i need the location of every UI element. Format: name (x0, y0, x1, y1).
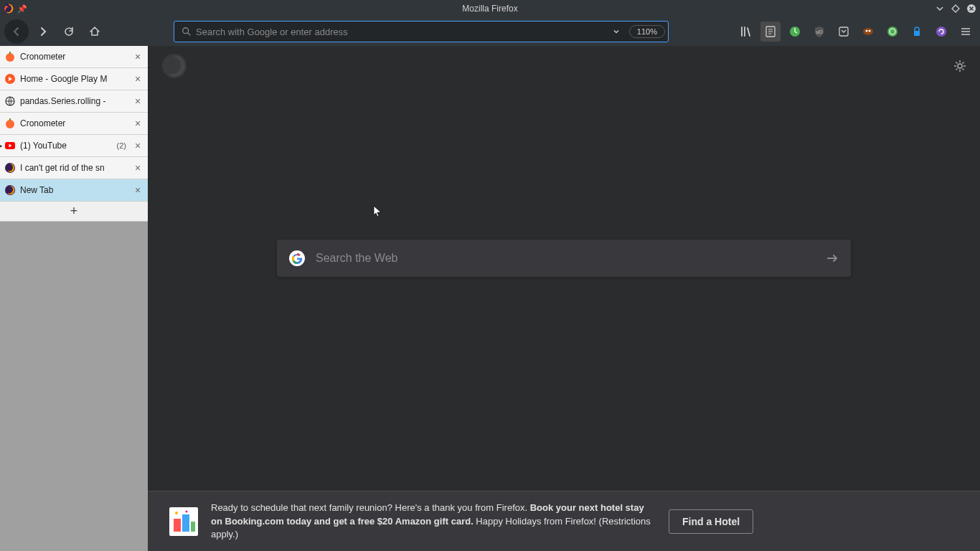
svg-point-17 (6, 120, 14, 128)
tab-close-icon[interactable]: × (132, 140, 143, 151)
extension-icon-4[interactable] (931, 22, 951, 42)
tab-item[interactable]: pandas.Series.rolling - × (0, 90, 148, 113)
tab-close-icon[interactable]: × (132, 51, 143, 62)
svg-rect-26 (182, 514, 189, 532)
tab-favicon-icon (4, 118, 16, 129)
tab-title: New Tab (20, 185, 128, 195)
svg-rect-14 (9, 52, 11, 54)
https-lock-icon[interactable] (907, 22, 927, 42)
svg-point-8 (866, 30, 868, 32)
svg-rect-25 (174, 519, 181, 532)
extension-icon-2[interactable] (858, 22, 878, 42)
navigation-toolbar: 110% uO (0, 17, 980, 46)
tab-item[interactable]: New Tab × (0, 179, 148, 202)
extension-icon-1[interactable] (785, 22, 805, 42)
window-titlebar: 📌 Mozilla Firefox (0, 0, 980, 17)
tab-favicon-icon (4, 73, 16, 85)
reader-view-icon[interactable] (760, 22, 781, 42)
tab-item[interactable]: Cronometer × (0, 46, 148, 68)
close-icon[interactable] (966, 3, 977, 14)
vertical-tab-sidebar: Cronometer × Home - Google Play M × pand… (0, 46, 148, 551)
svg-rect-18 (9, 118, 11, 121)
tab-count: (2) (117, 141, 126, 150)
svg-rect-6 (839, 27, 848, 36)
ublock-icon[interactable]: uO (809, 22, 829, 42)
library-icon[interactable] (736, 22, 756, 42)
svg-point-12 (936, 27, 946, 37)
svg-point-29 (186, 510, 188, 512)
web-search-box[interactable] (277, 240, 851, 277)
tab-close-icon[interactable]: × (132, 95, 143, 107)
tab-title: Cronometer (20, 52, 128, 62)
tab-close-icon[interactable]: × (132, 162, 143, 174)
svg-text:uO: uO (816, 29, 823, 34)
tab-item[interactable]: I can't get rid of the sn × (0, 157, 148, 179)
tab-item[interactable]: (1) YouTube (2) × (0, 135, 148, 157)
google-icon (288, 250, 306, 267)
tab-favicon-icon (4, 162, 16, 174)
promo-snippet: Ready to schedule that next family reuni… (148, 491, 980, 551)
hamburger-menu-icon[interactable] (956, 22, 976, 42)
new-tab-button[interactable]: + (0, 202, 148, 222)
maximize-icon[interactable] (950, 3, 961, 14)
forward-button[interactable] (32, 20, 55, 43)
page-content: Ready to schedule that next family reuni… (148, 46, 980, 551)
web-search-input[interactable] (316, 252, 815, 265)
tab-title: Cronometer (20, 118, 128, 128)
tab-item[interactable]: Home - Google Play M × (0, 68, 148, 90)
svg-rect-11 (914, 31, 920, 36)
reload-button[interactable] (57, 20, 80, 43)
promo-cta-button[interactable]: Find a Hotel (669, 509, 753, 534)
search-submit-icon[interactable] (825, 251, 839, 265)
tab-title: (1) YouTube (20, 141, 113, 151)
svg-point-28 (175, 512, 178, 514)
tab-favicon-icon (4, 95, 16, 107)
url-bar[interactable]: 110% (174, 21, 669, 42)
tab-close-icon[interactable]: × (132, 184, 143, 196)
back-button[interactable] (4, 19, 29, 44)
tab-title: Home - Google Play M (20, 74, 128, 84)
tab-title: pandas.Series.rolling - (20, 96, 128, 106)
svg-point-10 (887, 27, 897, 37)
svg-point-2 (183, 28, 189, 34)
firefox-app-icon (3, 3, 14, 14)
pin-icon[interactable]: 📌 (17, 4, 27, 14)
url-input[interactable] (196, 27, 606, 37)
svg-rect-27 (191, 522, 195, 532)
promo-text: Ready to schedule that next family reuni… (211, 501, 656, 541)
svg-point-13 (6, 53, 14, 62)
search-icon (182, 27, 192, 37)
tab-title: I can't get rid of the sn (20, 163, 128, 173)
home-button[interactable] (83, 20, 106, 43)
extension-icon-3[interactable] (882, 22, 903, 42)
urlbar-dropdown-icon[interactable] (606, 27, 626, 36)
tab-close-icon[interactable]: × (132, 118, 143, 129)
tab-item[interactable]: Cronometer × (0, 113, 148, 135)
tab-favicon-icon (4, 51, 16, 62)
tab-favicon-icon (4, 140, 16, 151)
minimize-icon[interactable] (934, 3, 946, 14)
svg-point-23 (958, 64, 962, 68)
promo-image-icon (169, 507, 198, 536)
zoom-indicator[interactable]: 110% (629, 25, 665, 38)
svg-point-9 (869, 30, 871, 32)
pocket-icon[interactable] (834, 22, 854, 42)
firefox-logo-icon (161, 52, 188, 80)
svg-point-7 (863, 28, 873, 35)
tab-close-icon[interactable]: × (132, 73, 143, 85)
gear-icon[interactable] (953, 59, 967, 73)
window-title: Mozilla Firefox (462, 4, 517, 14)
tab-favicon-icon (4, 184, 16, 196)
